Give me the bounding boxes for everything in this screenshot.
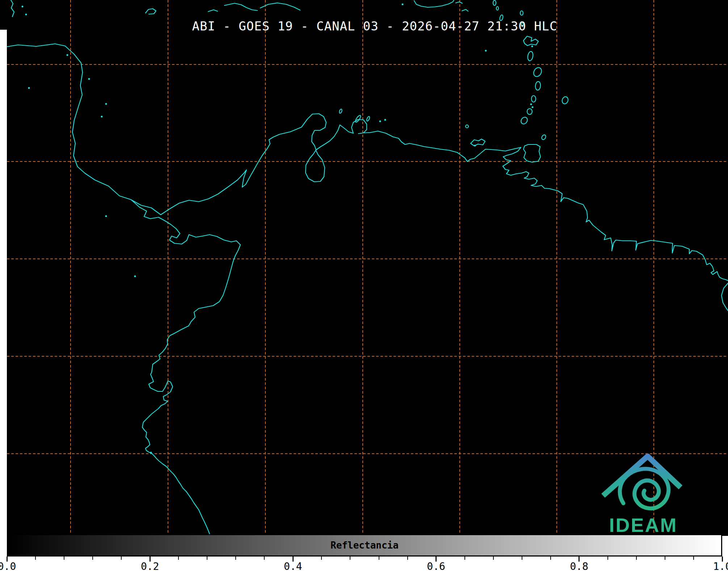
colorbar-tick	[121, 557, 122, 560]
colorbar-tick	[321, 557, 322, 560]
logo-text: IDEAM	[609, 514, 678, 536]
island-dot	[530, 104, 532, 105]
colorbar-tick-label: 0.0	[0, 560, 16, 571]
colorbar-label: Reflectancia	[8, 540, 721, 551]
colorbar-tick	[235, 557, 236, 560]
island-dot	[101, 116, 103, 118]
colorbar-tick	[207, 557, 207, 560]
island-dot	[485, 50, 487, 52]
colorbar-tick	[92, 557, 93, 560]
colorbar-tick	[522, 557, 522, 560]
island-dot	[28, 87, 30, 89]
island-dot	[531, 46, 533, 47]
colorbar-tick	[350, 557, 350, 560]
island-dot	[105, 215, 107, 217]
colorbar-tick	[693, 557, 694, 560]
colorbar-tick	[264, 557, 265, 560]
island-dot	[22, 6, 24, 8]
colorbar-tick	[636, 557, 637, 560]
colorbar-tick	[607, 557, 608, 560]
colorbar-ticks: 0.00.20.40.60.81.0	[0, 557, 728, 571]
colorbar-tick	[64, 557, 64, 560]
island-dot	[402, 4, 404, 5]
colorbar-tick-label: 0.6	[427, 560, 445, 571]
colorbar-tick	[550, 557, 551, 560]
colorbar-tick-label: 0.2	[141, 560, 159, 571]
island-dot	[150, 452, 152, 454]
colorbar-tick	[35, 557, 36, 560]
colorbar-tick-label: 1.0	[713, 560, 728, 571]
colorbar-tick	[379, 557, 379, 560]
island-dot	[25, 14, 27, 16]
colorbar-tick	[178, 557, 179, 560]
logo-swirl-icon	[620, 469, 669, 508]
satellite-figure: ABI - GOES 19 - CANAL 03 - 2026-04-27 21…	[0, 0, 728, 571]
island-dot	[105, 103, 107, 105]
colorbar-tick-label: 0.8	[570, 560, 589, 571]
ideam-logo: IDEAM	[594, 448, 691, 536]
island-dot	[134, 276, 136, 277]
left-white-strip	[0, 30, 7, 536]
map-title: ABI - GOES 19 - CANAL 03 - 2026-04-27 21…	[192, 19, 557, 33]
colorbar-tick	[493, 557, 494, 560]
island-dot	[532, 106, 534, 108]
island-dot	[474, 145, 476, 147]
island-dot	[384, 119, 386, 121]
colorbar: Reflectancia	[7, 534, 722, 557]
island-dot	[379, 121, 381, 122]
colorbar-tick	[665, 557, 665, 560]
colorbar-tick	[464, 557, 465, 560]
colorbar-tick-label: 0.4	[284, 560, 302, 571]
island-dot	[88, 78, 90, 80]
colorbar-tick	[407, 557, 408, 560]
island-dot	[67, 54, 68, 56]
map-panel: ABI - GOES 19 - CANAL 03 - 2026-04-27 21…	[0, 0, 728, 536]
